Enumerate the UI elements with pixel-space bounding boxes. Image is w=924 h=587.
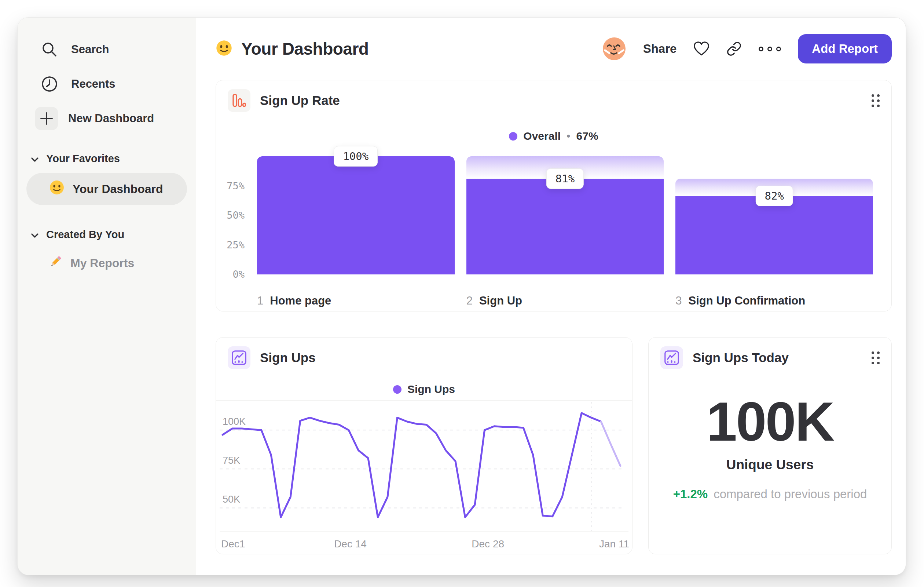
funnel-chart-icon [228, 89, 251, 112]
share-button[interactable]: Share [643, 42, 677, 56]
drag-handle-icon[interactable] [871, 94, 879, 107]
line-y-tick: 50K [223, 494, 240, 505]
sidebar-item-label: New Dashboard [68, 112, 154, 125]
legend-series-value: 67% [576, 130, 598, 142]
section-title: Created By You [46, 228, 124, 241]
drag-handle-icon[interactable] [871, 351, 879, 364]
clock-icon [38, 73, 61, 95]
funnel-step-label: 3Sign Up Confirmation [675, 294, 873, 308]
funnel-plot: 100%81%82% [257, 156, 873, 274]
funnel-chart: 75%50%25%0% 100%81%82% 1Home page2Sign U… [216, 154, 891, 311]
line-x-tick: Dec1 [221, 538, 245, 550]
line-x-axis: Dec1Dec 14Dec 28Jan 11 [219, 531, 629, 554]
funnel-legend: Overall • 67% [216, 121, 891, 145]
metric-label: Unique Users [726, 457, 814, 473]
funnel-bar[interactable]: 100% [257, 156, 455, 274]
sign-up-rate-card: Sign Up Rate Overall • 67% 75%50%25%0% 1… [216, 80, 892, 311]
pencil-emoji-icon [48, 254, 63, 272]
metric-delta: +1.2% [673, 487, 708, 501]
funnel-value-label: 100% [334, 146, 378, 167]
line-chart-icon [228, 346, 251, 369]
card-title: Sign Up Rate [260, 93, 340, 108]
card-title: Sign Ups [260, 351, 316, 365]
metric-value: 100K [706, 394, 834, 449]
dashboard-header: Your Dashboard Share Add Report [216, 18, 892, 80]
sidebar-item-label: Search [71, 43, 109, 56]
smiley-emoji-icon [216, 40, 233, 58]
metric-delta-caption: compared to previous period [714, 487, 867, 501]
card-header: Sign Ups Today [648, 337, 891, 378]
card-title: Sign Ups Today [693, 351, 789, 365]
sidebar-item-search[interactable]: Search [26, 35, 188, 64]
section-title: Your Favorites [46, 153, 120, 165]
more-options-icon[interactable] [759, 46, 781, 51]
chevron-down-icon [31, 153, 39, 165]
search-icon [38, 38, 61, 61]
page-title: Your Dashboard [241, 39, 368, 59]
sidebar-item-label: My Reports [70, 256, 134, 270]
line-chart-icon [660, 346, 683, 369]
line-y-tick: 75K [223, 455, 240, 466]
avatar[interactable] [602, 37, 626, 61]
sidebar-item-my-reports[interactable]: My Reports [26, 249, 188, 277]
metric-body: 100K Unique Users +1.2% compared to prev… [648, 378, 891, 554]
funnel-step-label: 2Sign Up [466, 294, 664, 308]
sidebar-item-your-dashboard[interactable]: Your Dashboard [26, 173, 187, 205]
line-y-tick: 100K [223, 416, 246, 427]
funnel-y-tick: 50% [227, 210, 244, 221]
smiley-emoji-icon [49, 180, 64, 198]
sidebar-section-created-by-you[interactable]: Created By You [26, 228, 188, 241]
funnel-bar[interactable]: 82% [675, 156, 873, 274]
line-legend: Sign Ups [216, 378, 632, 401]
funnel-bar[interactable]: 81% [466, 156, 664, 274]
sign-ups-today-card: Sign Ups Today 100K Unique Users +1.2% c… [648, 337, 892, 554]
line-x-tick: Dec 28 [472, 538, 504, 550]
bottom-cards-row: Sign Ups Sign Ups 100K75K50K Dec1Dec 14D… [216, 337, 892, 554]
legend-series-name: Sign Ups [408, 383, 455, 395]
sidebar-item-recents[interactable]: Recents [26, 69, 188, 99]
legend-dot-icon [393, 385, 401, 394]
funnel-x-axis: 1Home page2Sign Up3Sign Up Confirmation [257, 294, 873, 308]
plus-icon [35, 107, 58, 130]
funnel-step-label: 1Home page [257, 294, 455, 308]
line-x-tick: Jan 11 [599, 538, 629, 550]
app-window: Search Recents New Dashboard Your Favori… [18, 18, 906, 575]
sign-ups-card: Sign Ups Sign Ups 100K75K50K Dec1Dec 14D… [216, 337, 632, 554]
funnel-value-label: 82% [755, 186, 793, 206]
funnel-y-tick: 75% [227, 180, 244, 192]
chevron-down-icon [31, 228, 39, 241]
sidebar-section-your-favorites[interactable]: Your Favorites [26, 153, 188, 165]
funnel-value-label: 81% [546, 169, 584, 189]
add-report-button[interactable]: Add Report [798, 34, 892, 63]
funnel-y-axis: 75%50%25%0% [216, 156, 250, 274]
link-icon[interactable] [726, 41, 742, 56]
line-x-tick: Dec 14 [334, 538, 367, 550]
funnel-y-tick: 0% [233, 269, 244, 280]
card-header: Sign Up Rate [216, 80, 891, 121]
funnel-y-tick: 25% [227, 239, 244, 251]
main-content: Your Dashboard Share Add Report [196, 18, 906, 575]
sidebar-item-label: Recents [71, 78, 116, 91]
legend-separator: • [566, 130, 571, 142]
legend-series-name: Overall [523, 130, 561, 142]
sidebar-item-label: Your Dashboard [73, 182, 163, 196]
page: Search Recents New Dashboard Your Favori… [0, 0, 924, 587]
legend-dot-icon [509, 132, 517, 141]
line-chart-plot[interactable]: 100K75K50K [219, 402, 623, 531]
card-header: Sign Ups [216, 337, 632, 378]
heart-icon[interactable] [693, 41, 710, 56]
sidebar-item-new-dashboard[interactable]: New Dashboard [26, 103, 188, 134]
sidebar: Search Recents New Dashboard Your Favori… [18, 18, 196, 575]
